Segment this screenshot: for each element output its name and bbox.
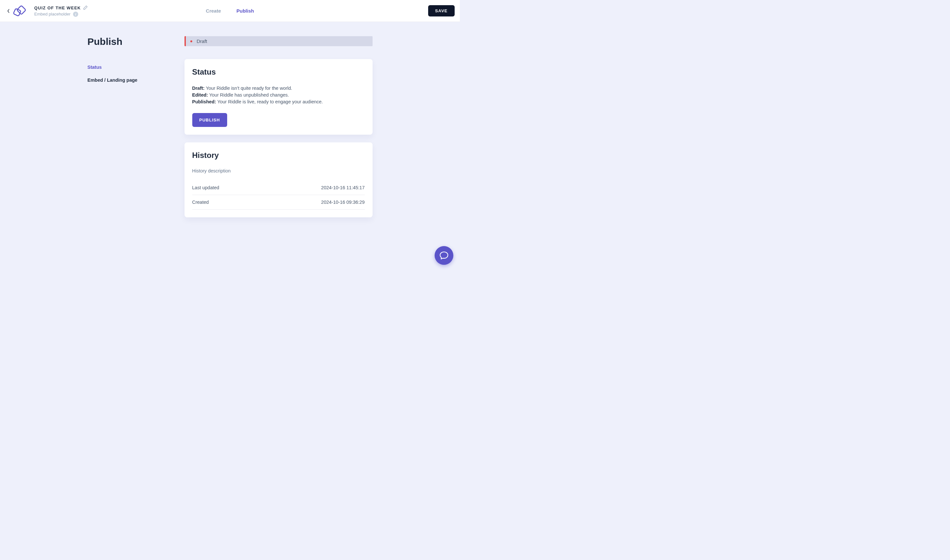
info-icon[interactable]: i	[73, 12, 78, 17]
history-card: History History description Last updated…	[185, 142, 373, 217]
save-button[interactable]: SAVE	[428, 5, 455, 17]
title-block: QUIZ OF THE WEEK Embed placeholder i	[34, 5, 88, 17]
status-label-draft: Draft:	[192, 86, 205, 91]
nav-tabs: Create Publish	[206, 8, 254, 14]
app-logo[interactable]	[13, 5, 29, 17]
status-text-published: Your Riddle is live, ready to engage you…	[216, 99, 323, 104]
logo-icon	[13, 5, 29, 17]
status-line-published: Published: Your Riddle is live, ready to…	[192, 98, 365, 105]
history-label-last-updated: Last updated	[192, 185, 219, 190]
status-dot-icon	[190, 40, 192, 42]
history-label-created: Created	[192, 200, 209, 205]
tab-create[interactable]: Create	[206, 8, 221, 14]
history-value-last-updated: 2024-10-16 11:45:17	[321, 185, 365, 190]
app-subtitle: Embed placeholder	[34, 12, 71, 17]
status-line-edited: Edited: Your Riddle has unpublished chan…	[192, 92, 365, 98]
content-column: Draft Status Draft: Your Riddle isn't qu…	[185, 36, 373, 225]
status-text-edited: Your Riddle has unpublished changes.	[208, 92, 289, 97]
publish-button[interactable]: PUBLISH	[192, 113, 227, 127]
history-row-last-updated: Last updated 2024-10-16 11:45:17	[192, 180, 365, 195]
status-card: Status Draft: Your Riddle isn't quite re…	[185, 59, 373, 135]
status-text-draft: Your Riddle isn't quite ready for the wo…	[205, 86, 292, 91]
status-banner: Draft	[185, 36, 373, 46]
history-description: History description	[192, 168, 365, 174]
sidebar-item-embed[interactable]: Embed / Landing page	[88, 74, 171, 86]
main-content: Publish Status Embed / Landing page Draf…	[0, 22, 460, 225]
history-value-created: 2024-10-16 09:36:29	[321, 200, 365, 205]
publish-sidebar: Publish Status Embed / Landing page	[88, 36, 171, 225]
status-line-draft: Draft: Your Riddle isn't quite ready for…	[192, 85, 365, 92]
page-title: Publish	[88, 36, 171, 47]
status-label-published: Published:	[192, 99, 216, 104]
app-header: QUIZ OF THE WEEK Embed placeholder i Cre…	[0, 0, 460, 22]
back-button[interactable]	[5, 9, 12, 13]
status-banner-text: Draft	[197, 38, 207, 44]
app-title: QUIZ OF THE WEEK	[34, 6, 81, 10]
pencil-icon	[83, 6, 88, 10]
tab-publish[interactable]: Publish	[236, 8, 254, 14]
sidebar-item-status[interactable]: Status	[88, 61, 171, 74]
edit-title-button[interactable]	[83, 5, 88, 11]
chat-icon	[439, 251, 449, 260]
history-card-title: History	[192, 151, 365, 160]
status-label-edited: Edited:	[192, 92, 208, 97]
chevron-left-icon	[7, 9, 10, 13]
history-row-created: Created 2024-10-16 09:36:29	[192, 195, 365, 209]
status-card-title: Status	[192, 68, 365, 77]
chat-fab[interactable]	[435, 246, 453, 265]
